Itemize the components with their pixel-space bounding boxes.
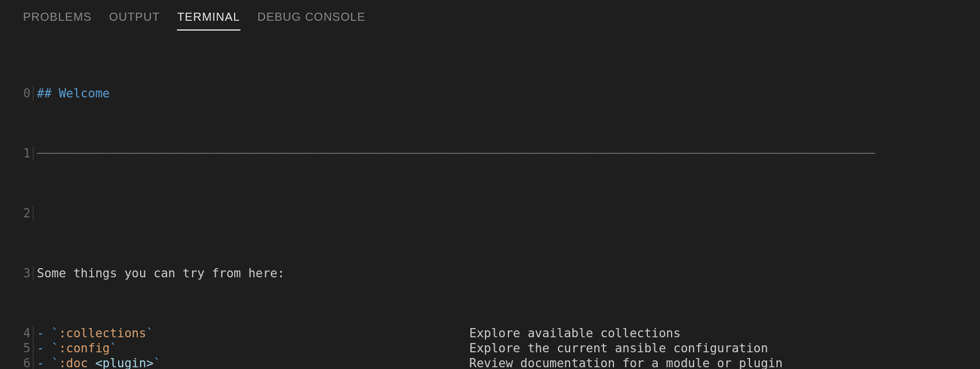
line-number: 5 xyxy=(0,341,33,356)
terminal-line: 4- `:collections`Explore available colle… xyxy=(0,326,980,341)
tab-output[interactable]: OUTPUT xyxy=(109,10,160,31)
tab-problems[interactable]: PROBLEMS xyxy=(23,10,92,31)
tab-terminal[interactable]: TERMINAL xyxy=(177,10,240,31)
command: :config xyxy=(59,341,110,355)
terminal-line: 5- `:config`Explore the current ansible … xyxy=(0,341,980,356)
command: :collections xyxy=(59,326,146,340)
terminal-line: 0 ## Welcome xyxy=(0,86,980,101)
terminal-line: 6- `:doc <plugin>`Review documentation f… xyxy=(0,356,980,369)
terminal-output[interactable]: 0 ## Welcome 1 ─────────────────────────… xyxy=(0,37,980,369)
line-number: 6 xyxy=(0,356,33,369)
closing-tick: ` xyxy=(153,356,161,369)
welcome-heading: Welcome xyxy=(59,86,110,100)
closing-tick: ` xyxy=(110,341,117,355)
line-number: 0 xyxy=(0,86,33,101)
panel-tabs: PROBLEMS OUTPUT TERMINAL DEBUG CONSOLE xyxy=(0,0,980,37)
heading-prefix: ## xyxy=(37,86,59,100)
line-number: 3 xyxy=(0,266,33,281)
command-args: <plugin> xyxy=(95,356,153,369)
command-description: Review documentation for a module or plu… xyxy=(469,356,783,369)
command-description: Explore the current ansible configuratio… xyxy=(469,341,768,356)
line-number: 1 xyxy=(0,146,33,161)
tab-debug-console[interactable]: DEBUG CONSOLE xyxy=(258,10,365,31)
line-number: 4 xyxy=(0,326,33,341)
terminal-line: 3 Some things you can try from here: xyxy=(0,266,980,281)
bullet: - ` xyxy=(37,326,59,340)
bullet: - ` xyxy=(37,341,59,355)
terminal-line: 2 xyxy=(0,206,980,221)
terminal-line: 1 ──────────────────────────────────────… xyxy=(0,146,980,161)
intro-text: Some things you can try from here: xyxy=(37,266,285,281)
command: :doc xyxy=(59,356,95,369)
line-number: 2 xyxy=(0,206,33,221)
horizontal-rule: ────────────────────────────────────────… xyxy=(37,146,875,161)
bullet: - ` xyxy=(37,356,59,369)
command-description: Explore available collections xyxy=(469,326,681,341)
closing-tick: ` xyxy=(146,326,154,340)
